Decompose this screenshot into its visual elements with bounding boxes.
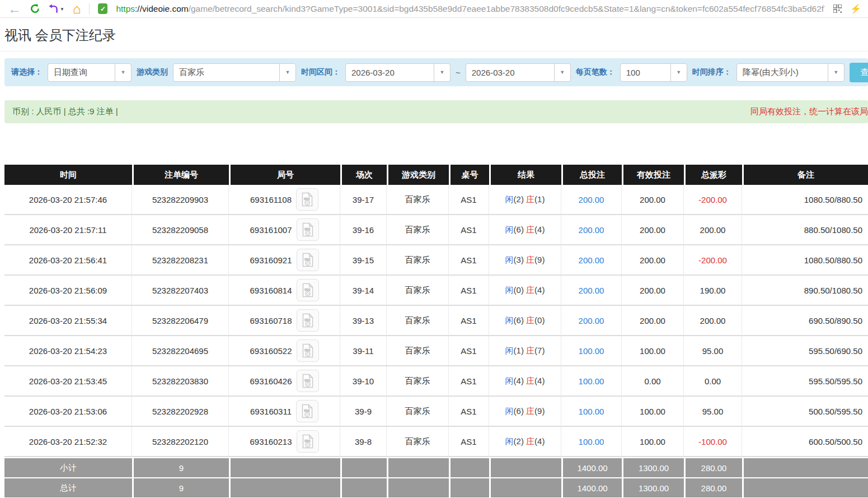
result-banker-score: (4) [534,285,545,295]
result-banker-score: (4) [534,225,545,234]
cell-round-id: 693160921 [229,245,340,276]
total-result [489,477,561,497]
address-bar[interactable]: https://videoie.com/game/betrecord_searc… [116,4,825,14]
video-replay-button[interactable] [297,249,319,271]
cell-result: 闲(6) 庄(9) [489,397,561,427]
chevron-down-icon: ▼ [670,64,687,81]
cell-time: 2026-03-20 21:54:23 [4,336,132,366]
cell-game-type: 百家乐 [387,276,449,306]
sort-order-select[interactable]: 降幂(由大到小) ▼ [736,63,844,82]
cell-total-bet: 100.00 [561,336,622,366]
game-type-select[interactable]: 百家乐 ▼ [173,63,296,82]
result-player: 闲 [505,406,514,416]
search-button[interactable]: 查询 [850,63,868,82]
cell-remark: 1080.50/880.50 [742,185,868,215]
subtotal-label: 小计 [4,457,132,477]
payout-value: -200.00 [698,195,727,204]
result-player: 闲 [505,315,514,325]
video-replay-button[interactable] [296,400,318,422]
query-type-select[interactable]: 日期查询 ▼ [48,63,132,82]
table-row: 2026-03-20 21:57:11523282209058693161007… [4,215,868,245]
column-header-10: 备注 [742,165,868,185]
undo-icon[interactable]: ▼ [49,4,64,13]
total-valid-bet: 1300.00 [622,477,684,497]
cell-table-no: AS1 [449,306,489,336]
total-bet-link[interactable]: 100.00 [579,437,604,446]
date-to-select[interactable]: 2026-03-20 ▼ [466,63,571,82]
total-bet-link[interactable]: 100.00 [579,376,604,386]
column-header-0: 时间 [4,165,132,185]
video-replay-button[interactable] [297,430,319,453]
table-row: 2026-03-20 21:56:09523282207403693160814… [4,276,868,306]
back-icon[interactable]: ← [8,2,21,16]
cell-valid-bet: 200.00 [622,306,684,336]
cell-total-bet: 100.00 [561,366,622,397]
subtotal-round [229,457,340,477]
browser-toolbar: ← ▼ ⌂ ✓ https://videoie.com/game/betreco… [0,0,868,18]
qr-code-icon[interactable] [833,4,842,13]
result-banker: 庄 [526,285,534,295]
round-number: 693160426 [250,376,292,386]
page-size-select[interactable]: 100 ▼ [620,63,687,82]
cell-result: 闲(2) 庄(4) [489,427,561,457]
date-from-select[interactable]: 2026-03-20 ▼ [345,63,451,82]
total-bet-link[interactable]: 200.00 [579,195,604,204]
round-number: 693160311 [250,407,292,416]
video-replay-button[interactable] [297,279,319,301]
subtotal-session [340,457,387,477]
cell-table-no: AS1 [449,366,489,397]
video-replay-button[interactable] [297,309,319,332]
title-divider [0,51,868,52]
undo-icon-glyph [49,4,59,13]
cell-round-id: 693160213 [229,427,340,457]
total-bet-link[interactable]: 200.00 [579,286,604,295]
cell-remark: 890.50/1080.50 [742,276,868,306]
total-bet-link[interactable]: 100.00 [579,407,604,416]
cell-payout: -200.00 [684,245,742,276]
page-size-value: 100 [621,64,670,81]
column-header-8: 有效投注 [622,165,684,185]
subtotal-remark [742,457,868,477]
result-banker-score: (1) [534,194,545,204]
date-range-tilde: ~ [456,68,461,77]
total-bet-link[interactable]: 200.00 [579,255,604,265]
undo-dropdown-caret[interactable]: ▼ [60,7,64,13]
payout-value: 95.00 [702,346,724,356]
cell-payout: 0.00 [684,366,742,397]
table-footer: 小计91400.001300.00280.00总计91400.001300.00… [4,457,868,497]
cell-total-bet: 200.00 [561,306,622,336]
cell-remark: 500.50/595.50 [742,397,868,427]
total-count: 9 [132,477,229,497]
total-bet-link[interactable]: 200.00 [579,316,604,325]
filter-bar: 请选择： 日期查询 ▼ 游戏类别 百家乐 ▼ 时间区间： 2026-03-20 … [4,58,868,86]
video-replay-button[interactable] [296,188,318,211]
subtotal-valid-bet: 1300.00 [622,457,684,477]
home-icon[interactable]: ⌂ [73,2,81,16]
cell-valid-bet: 100.00 [622,336,684,366]
game-type-value: 百家乐 [173,64,279,81]
cell-time: 2026-03-20 21:55:34 [4,306,132,336]
total-bet-link[interactable]: 100.00 [579,346,604,356]
cell-session: 39-8 [340,427,387,457]
time-range-label: 时间区间： [301,67,340,77]
video-replay-button[interactable] [297,218,319,241]
column-header-1: 注单编号 [132,165,229,185]
round-number: 693161108 [250,195,292,204]
total-bet-link[interactable]: 200.00 [579,225,604,235]
cell-table-no: AS1 [449,276,489,306]
lightning-icon[interactable]: ⚡ [850,4,861,13]
result-player: 闲 [505,436,514,446]
cell-valid-bet: 200.00 [622,185,684,215]
security-shield-icon[interactable]: ✓ [98,3,107,14]
result-banker: 庄 [526,194,534,204]
cell-valid-bet: 200.00 [622,215,684,245]
date-to-value: 2026-03-20 [466,64,554,81]
cell-result: 闲(0) 庄(4) [489,276,561,306]
video-replay-button[interactable] [297,370,319,392]
refresh-icon[interactable] [30,3,40,14]
cell-game-type: 百家乐 [387,336,449,366]
video-replay-button[interactable] [297,339,319,362]
cell-game-type: 百家乐 [387,397,449,427]
total-payout: 280.00 [684,477,742,497]
video-record-icon [302,434,314,449]
